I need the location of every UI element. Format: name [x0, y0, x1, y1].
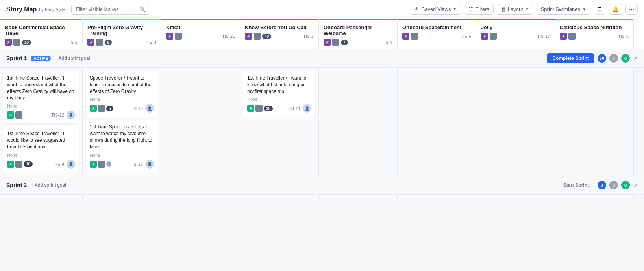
epic-count: 10 — [22, 40, 31, 45]
saved-views-button[interactable]: 👁 Saved Views ▼ — [410, 4, 461, 15]
chevron-down-icon: ▼ — [453, 7, 457, 11]
epic-col-e4: Know Before You Go Call ⚡ 40 TIS-2 — [240, 19, 319, 49]
epic-meta: ⚡ TIS-17 — [481, 33, 550, 40]
sprint-col-3 — [240, 195, 319, 201]
lightning-icon: ⚡ — [87, 39, 94, 46]
card-badges: A 10 — [7, 161, 33, 168]
epic-col-e5: Onboard Passenger Welcome ⚡ 7 TIS-4 — [319, 19, 398, 49]
badge-green-icon: A — [90, 161, 97, 168]
card-footer: A - TIS-15 👤 — [90, 160, 154, 169]
card-footer: A 10 TIS-8 👤 — [7, 160, 75, 169]
add-sprint-goal[interactable]: + Add sprint goal — [31, 182, 66, 188]
epic-meta: ⚡ TIS-5 — [560, 33, 629, 40]
card-none: None — [90, 153, 154, 158]
card-none: None — [90, 97, 154, 102]
epic-badges: ⚡ — [166, 33, 182, 40]
sprint-col-4 — [319, 68, 398, 176]
epic-badges: ⚡ 10 — [5, 39, 31, 46]
expand-icon[interactable]: ↗ — [633, 182, 638, 188]
epic-col-e3: Kitkat ⚡ TIS-21 — [161, 19, 240, 49]
card[interactable]: 1st Time Space Traveller / I want to und… — [3, 71, 79, 123]
avatar: 👤 — [67, 160, 75, 169]
epic-badges: ⚡ — [402, 33, 418, 40]
card-none: None — [7, 104, 75, 108]
card-meta: TIS-15 👤 — [130, 160, 154, 169]
card[interactable]: 1st Time Space Traveller / I want to wat… — [86, 120, 158, 172]
epics-row: Book Commercial Space Travel ⚡ 10 TIS-1 … — [0, 19, 644, 49]
sprint-col-2 — [161, 68, 240, 176]
sprint-swimlanes-button[interactable]: Sprint Swimlanes ▼ — [537, 4, 590, 15]
card[interactable]: Space Traveller / I want to learn exerci… — [86, 71, 158, 117]
sprint-col-5 — [398, 68, 476, 176]
epic-tis: TIS-1 — [67, 40, 78, 45]
epic-badges: ⚡ 40 — [245, 33, 271, 40]
epic-meta: ⚡ TIS-6 — [402, 33, 471, 40]
epic-color-bar — [398, 19, 476, 20]
filters-button[interactable]: ☷ Filters — [464, 4, 493, 15]
card[interactable]: 1st Time Traveller / I want to know what… — [243, 71, 315, 117]
square-icon — [332, 39, 339, 46]
epic-count: 7 — [341, 40, 348, 45]
search-input[interactable] — [76, 6, 137, 12]
add-sprint-goal[interactable]: + Add sprint goal — [55, 56, 90, 61]
epic-col-e1: Book Commercial Space Travel ⚡ 10 TIS-1 — [0, 19, 83, 49]
sprint-count-green: 0 — [621, 54, 630, 63]
epic-badges: ⚡ 7 — [324, 39, 348, 46]
avatar: 👤 — [145, 160, 154, 169]
card[interactable]: 1st Time Space Traveller / I would like … — [3, 126, 79, 172]
story-map: Book Commercial Space Travel ⚡ 10 TIS-1 … — [0, 19, 644, 271]
card-badges: A - — [90, 161, 111, 168]
filter-icon: ☷ — [468, 6, 473, 12]
badge-green-icon: A — [90, 105, 97, 112]
nav-right: 👁 Saved Views ▼ ☷ Filters ▦ Layout ▼ Spr… — [410, 4, 638, 15]
sprint-section-s2: Sprint 2 + Add sprint goal Start Sprint … — [0, 176, 644, 201]
sprint-col-7 — [555, 68, 634, 176]
brand-logo: Story Map by Easy Agile — [6, 6, 65, 13]
card-tis: TIS-15 — [130, 162, 143, 167]
card-meta: TIS-8 👤 — [54, 160, 75, 169]
epic-meta: ⚡ 10 TIS-1 — [5, 39, 78, 46]
badge-green-icon: A — [7, 111, 14, 119]
complete-sprint-button[interactable]: Complete Sprint — [547, 53, 594, 63]
badge-count: 5 — [106, 106, 113, 111]
epic-tis: TIS-4 — [382, 40, 392, 45]
layout-button[interactable]: ▦ Layout ▼ — [497, 4, 533, 15]
epic-title: Know Before You Go Call — [245, 24, 314, 30]
card-title: Space Traveller / I want to learn exerci… — [90, 75, 154, 95]
epic-count: 40 — [262, 34, 271, 39]
epic-title: Onboard Spacetainment — [402, 24, 471, 30]
card-meta: TIS-11 👤 — [287, 104, 311, 113]
card-tis: TIS-8 — [54, 162, 64, 167]
sprint-col-5 — [398, 195, 476, 201]
epic-tis: TIS-5 — [618, 34, 629, 39]
badge-gray-icon — [98, 161, 105, 168]
epic-meta: ⚡ TIS-21 — [166, 33, 235, 40]
square-icon — [96, 39, 103, 46]
card-tis: TIS-12 — [51, 113, 64, 117]
sprint-count-gray: 0 — [609, 54, 618, 63]
epic-badges: ⚡ — [481, 33, 497, 40]
sprints-container: Sprint 1 ACTIVE + Add sprint goal Comple… — [0, 49, 644, 201]
epic-col-e7: Jelly ⚡ TIS-17 — [476, 19, 555, 49]
card-title: 1st Time Space Traveller / I want to wat… — [90, 124, 154, 150]
list-view-button[interactable]: ☰ — [594, 4, 605, 15]
epic-meta: ⚡ 7 TIS-4 — [324, 39, 392, 46]
start-sprint-button[interactable]: Start Sprint — [558, 180, 594, 190]
sprint-col-6 — [476, 195, 555, 201]
epic-color-bar — [319, 19, 397, 20]
search-box: 🔍 — [71, 4, 150, 15]
notification-button[interactable]: 🔔 — [609, 4, 622, 15]
card-footer: A 35 TIS-11 👤 — [247, 104, 311, 113]
expand-icon[interactable]: ↗ — [633, 55, 638, 61]
sprint-col-7 — [555, 195, 634, 201]
epic-tis: TIS-17 — [537, 34, 550, 39]
more-options-button[interactable]: ⋯ — [625, 4, 638, 15]
sprint-header: Sprint 2 + Add sprint goal Start Sprint … — [0, 176, 644, 195]
epic-col-e2: Pre-Flight Zero Gravity Training ⚡ 5 TIS… — [83, 19, 161, 49]
chevron-down-icon-3: ▼ — [582, 7, 586, 11]
sprint-cards-row: 1st Time Space Traveller / I want to und… — [0, 68, 644, 176]
badge-count: 10 — [24, 161, 33, 167]
lightning-icon: ⚡ — [402, 33, 409, 40]
card-title: 1st Time Space Traveller / I would like … — [7, 130, 75, 150]
card-badges: A 5 — [90, 105, 113, 112]
